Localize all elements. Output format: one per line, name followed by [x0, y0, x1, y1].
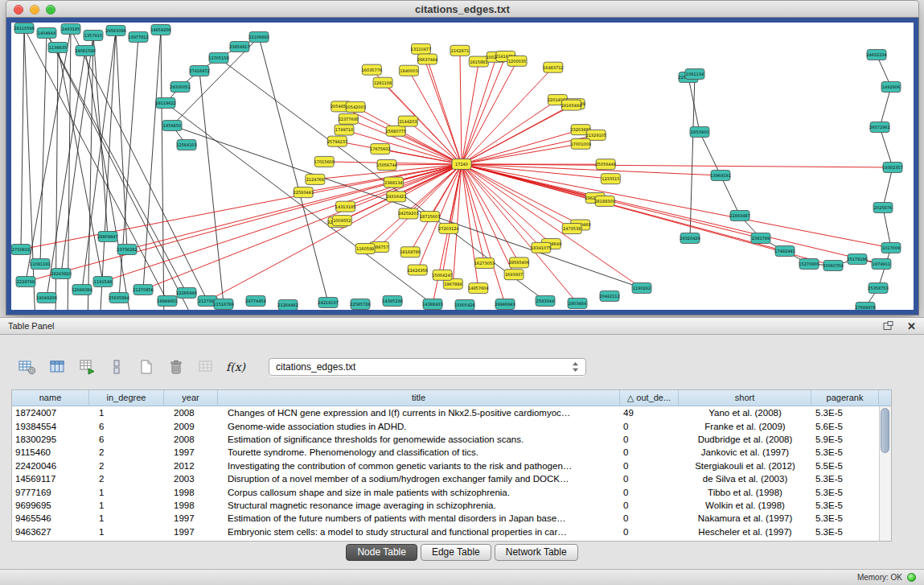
table-scrollbar[interactable] [879, 406, 891, 541]
graph-node[interactable]: 22593441 [294, 187, 314, 198]
graph-node[interactable]: 2381789 [751, 233, 770, 244]
table-row[interactable]: 2242004622012Investigating the contribut… [12, 459, 879, 472]
graph-node[interactable]: 21270856 [133, 285, 153, 295]
graph-node[interactable]: 10542003 [345, 101, 365, 112]
graph-node[interactable]: 28188300 [594, 196, 614, 206]
table-options-icon[interactable] [18, 357, 37, 377]
graph-node[interactable]: 1233515 [601, 174, 620, 184]
graph-node[interactable]: 27699978 [855, 303, 875, 311]
select-columns-icon[interactable] [47, 357, 67, 377]
close-window-icon[interactable] [14, 5, 23, 14]
minimize-window-icon[interactable] [30, 5, 39, 14]
column-header-short[interactable]: short [679, 390, 811, 406]
graph-node[interactable]: 17001009 [570, 138, 590, 149]
zoom-window-icon[interactable] [46, 5, 55, 14]
graph-node[interactable]: 27203124 [438, 223, 458, 233]
graph-node[interactable]: 18341075 [531, 242, 551, 253]
graph-node[interactable]: 19049208 [36, 293, 56, 303]
graph-node[interactable]: 1492906 [881, 82, 901, 93]
graph-node[interactable]: 17492441 [774, 246, 795, 257]
row-options-icon[interactable] [107, 357, 126, 377]
graph-node[interactable]: 2493195 [61, 24, 80, 35]
graph-node[interactable]: 15004247 [432, 270, 452, 280]
graph-node[interactable]: 13977812 [128, 32, 148, 43]
graph-node[interactable]: 2850900 [690, 127, 709, 138]
graph-node[interactable]: 20060704 [823, 261, 843, 271]
table-row[interactable]: 946362711997Embryonic stem cells: a mode… [12, 525, 879, 538]
graph-node[interactable]: 25794237 [327, 136, 347, 146]
graph-node[interactable]: 24165484 [561, 100, 581, 110]
graph-node[interactable]: 28809847 [97, 232, 117, 242]
graph-node[interactable]: 28110596 [14, 23, 34, 34]
close-panel-icon[interactable]: ✕ [907, 321, 916, 332]
graph-node[interactable]: 28243820 [51, 269, 71, 279]
graph-node[interactable]: 22893487 [729, 211, 749, 221]
table-row[interactable]: 1830029562008Estimation of significance … [12, 433, 879, 446]
scrollbar-thumb[interactable] [881, 408, 889, 453]
graph-node[interactable]: 15005426 [454, 300, 474, 311]
column-header-title[interactable]: title [218, 390, 620, 406]
graph-node[interactable]: 25680775 [386, 126, 406, 136]
graph-node[interactable]: 2750602 [11, 245, 31, 255]
graph-node[interactable]: 29565406 [509, 257, 529, 268]
graph-node[interactable]: 1190262 [632, 283, 651, 294]
graph-node[interactable]: 1017009 [881, 243, 901, 253]
network-canvas[interactable]: 1724025056448123351523620792281883002706… [11, 23, 914, 310]
graph-node[interactable]: 29320429 [680, 233, 700, 244]
column-header-in_degree[interactable]: in_degree [89, 390, 164, 406]
graph-node[interactable]: 2388134 [384, 177, 403, 187]
graph-node[interactable]: 29583096 [105, 26, 125, 36]
graph-node[interactable]: 25358753 [868, 283, 888, 294]
graph-node[interactable]: 25056448 [595, 159, 615, 170]
network-graph[interactable]: 1724025056448123351523620792281883002706… [11, 23, 914, 310]
graph-node[interactable]: 13705158 [208, 53, 228, 64]
graph-node[interactable]: 1200035 [507, 56, 527, 66]
table-row[interactable]: 1872400712008Changes of HCN gene express… [12, 406, 879, 419]
graph-node[interactable]: 22426356 [407, 265, 427, 275]
graph-node[interactable]: 18949001 [157, 296, 177, 307]
graph-node[interactable]: 1693937 [504, 270, 524, 280]
graph-node[interactable]: 19302357 [882, 163, 902, 173]
graph-node[interactable]: 29119622 [155, 98, 175, 109]
graph-node[interactable]: 20442112 [599, 291, 619, 302]
graph-node[interactable]: 23854817 [229, 42, 249, 52]
graph-node[interactable]: 2473538 [562, 224, 581, 234]
import-table-icon[interactable] [77, 357, 97, 377]
graph-node[interactable]: 24259203 [398, 208, 418, 219]
graph-node[interactable]: 1136635 [48, 43, 68, 53]
tab-edge-table[interactable]: Edge Table [421, 544, 491, 561]
graph-node[interactable]: 11516789 [213, 299, 233, 310]
graph-node[interactable]: 2583344 [536, 296, 555, 307]
column-header-out_degree[interactable]: △ out_de... [620, 390, 679, 406]
graph-node[interactable]: 2903484 [568, 299, 587, 309]
graph-node[interactable]: 1081134 [685, 69, 704, 80]
graph-node[interactable]: 1404944 [37, 28, 56, 39]
function-builder-icon[interactable]: f(x) [226, 357, 245, 377]
graph-node[interactable]: 2124766 [306, 174, 325, 184]
graph-node[interactable]: 14395238 [382, 296, 402, 307]
graph-node[interactable]: 22377695 [339, 113, 359, 124]
graph-node[interactable]: 1191548 [93, 277, 113, 287]
graph-node[interactable]: 16483712 [543, 62, 563, 72]
graph-node[interactable]: 17015609 [314, 156, 335, 167]
graph-node[interactable]: 17675602 [370, 144, 390, 154]
graph-node[interactable]: 25635894 [109, 293, 129, 303]
graph-node[interactable]: 24219137 [318, 298, 338, 308]
table-row[interactable]: 1456911722003Disruption of a novel membe… [12, 472, 879, 485]
column-header-pagerank[interactable]: pagerank [811, 390, 879, 406]
graph-node[interactable]: 18715603 [420, 212, 440, 222]
graph-node[interactable]: 25179196 [847, 254, 867, 265]
float-panel-icon[interactable] [878, 316, 897, 336]
graph-node[interactable]: 29774454 [245, 296, 265, 307]
graph-node[interactable]: 22106693 [248, 32, 269, 43]
graph-node[interactable]: 29330051 [170, 82, 190, 93]
graph-node[interactable]: 14388433 [422, 299, 442, 310]
graph-node[interactable]: 23736282 [117, 245, 137, 255]
graph-node[interactable]: 16035776 [362, 64, 382, 75]
graph-node[interactable]: 1281108 [373, 77, 392, 88]
column-header-name[interactable]: name [12, 390, 89, 406]
window-titlebar[interactable]: citations_edges.txt [6, 0, 919, 18]
tab-network-table[interactable]: Network Table [495, 544, 578, 561]
table-row[interactable]: 946554611997Estimation of the future num… [12, 512, 879, 525]
graph-node[interactable]: 1956850 [162, 121, 182, 131]
